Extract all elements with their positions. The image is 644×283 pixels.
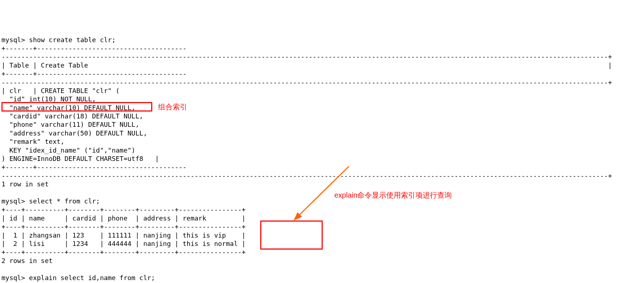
table-header-row: | Table | Create Table |	[1, 61, 612, 69]
table-header-row: | id | name | cardid | phone | address |…	[1, 214, 246, 222]
create-table-line: "remark" text,	[1, 138, 64, 145]
command-explain: mysql> explain select id,name from clr;	[1, 274, 155, 282]
create-table-key-line: KEY "idex_id_name" ("id","name")	[1, 146, 135, 154]
command-show-create: mysql> show create table clr;	[1, 36, 116, 44]
divider: +----+----------+--------+--------+-----…	[1, 223, 246, 230]
divider: +-------+-------------------------------…	[1, 44, 186, 52]
divider: +-------+-------------------------------…	[1, 163, 186, 171]
table-row: | 1 | zhangsan | 123 | 111111 | nanjing …	[1, 231, 246, 239]
table-row: | 2 | lisi | 1234 | 444444 | nanjing | t…	[1, 240, 246, 247]
rows-in-set: 2 rows in set	[1, 257, 53, 264]
command-select: mysql> select * from clr;	[1, 197, 100, 205]
divider: ----------------------------------------…	[1, 53, 612, 60]
highlight-box-key-column	[260, 221, 323, 250]
divider: +-------+-------------------------------…	[1, 70, 186, 77]
create-table-line: "cardid" varchar(18) DEFAULT NULL,	[1, 112, 143, 120]
create-table-line: ) ENGINE=InnoDB DEFAULT CHARSET=utf8 |	[1, 155, 159, 162]
create-table-line: "phone" varchar(11) DEFAULT NULL,	[1, 121, 139, 128]
annotation-explain-index: explain命令显示使用索引项进行查询	[334, 190, 452, 200]
highlight-box-key	[1, 102, 152, 112]
divider: +----+----------+--------+--------+-----…	[1, 206, 246, 213]
divider: +----+----------+--------+--------+-----…	[1, 248, 246, 256]
divider: ----------------------------------------…	[1, 78, 612, 86]
rows-in-set: 1 row in set	[1, 180, 49, 188]
annotation-composite-index: 组合索引	[158, 102, 187, 112]
divider: ----------------------------------------…	[1, 172, 612, 179]
create-table-line: | clr | CREATE TABLE "clr" (	[1, 87, 120, 94]
create-table-line: "address" varchar(50) DEFAULT NULL,	[1, 129, 147, 137]
